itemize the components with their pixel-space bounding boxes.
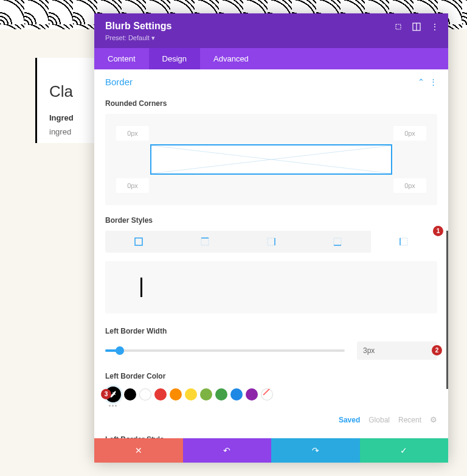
border-color-label: Left Border Color	[105, 372, 437, 380]
border-section-title: Border	[105, 77, 133, 87]
color-none[interactable]	[261, 388, 273, 401]
border-width-label: Left Border Width	[105, 327, 437, 335]
border-styles-label: Border Styles	[105, 216, 437, 225]
border-style-label: Left Border Style	[105, 435, 437, 438]
palette-settings-icon[interactable]: ⚙	[430, 415, 437, 424]
border-right-button[interactable]	[238, 231, 304, 253]
border-section-header[interactable]: Border ⌃ ⋮	[94, 69, 448, 92]
rounded-corners-control	[105, 114, 437, 205]
layout-icon[interactable]	[412, 22, 421, 32]
palette-tab-global[interactable]: Global	[368, 416, 390, 424]
svg-rect-12	[400, 238, 407, 245]
menu-icon[interactable]: ⋮	[430, 22, 440, 32]
scrollbar-thumb[interactable]	[446, 231, 448, 389]
tab-content[interactable]: Content	[94, 48, 149, 69]
corner-tl-input[interactable]	[116, 126, 149, 141]
color-green[interactable]	[215, 388, 227, 401]
panel-header: Blurb Settings Preset: Default ▾ ⋮	[94, 13, 448, 48]
tab-design[interactable]: Design	[149, 48, 200, 69]
border-top-button[interactable]	[171, 231, 238, 253]
color-yellow[interactable]	[185, 388, 197, 401]
callout-badge-2: 2	[432, 345, 442, 355]
section-menu-icon[interactable]: ⋮	[429, 77, 437, 86]
border-width-input[interactable]	[357, 341, 437, 360]
svg-rect-8	[268, 238, 275, 245]
border-bottom-button[interactable]	[305, 231, 371, 253]
svg-rect-10	[334, 238, 341, 245]
panel-body: Border ⌃ ⋮ Rounded Corners	[94, 69, 448, 438]
corner-bl-input[interactable]	[116, 178, 149, 193]
tabs: Content Design Advanced	[94, 48, 448, 69]
color-white[interactable]	[139, 388, 151, 401]
collapse-icon[interactable]: ⌃	[418, 77, 424, 86]
border-style-buttons: 1	[105, 231, 437, 253]
corner-preview-box	[150, 144, 392, 175]
panel-footer: ✕ ↶ ↷ ✓	[94, 438, 448, 463]
preset-dropdown[interactable]: Preset: Default ▾	[105, 34, 437, 42]
panel-title: Blurb Settings	[105, 21, 437, 32]
palette-tab-recent[interactable]: Recent	[398, 416, 421, 424]
callout-badge-3: 3	[101, 389, 111, 399]
palette-tab-saved[interactable]: Saved	[339, 416, 360, 424]
palette-tabs: Saved Global Recent ⚙	[105, 415, 437, 424]
expand-icon[interactable]	[393, 22, 403, 32]
color-lime[interactable]	[200, 388, 212, 401]
rounded-corners-label: Rounded Corners	[105, 99, 437, 108]
color-red[interactable]	[154, 388, 167, 401]
save-button[interactable]: ✓	[360, 438, 449, 463]
border-preview	[105, 261, 437, 313]
redo-button[interactable]: ↷	[271, 438, 360, 463]
border-all-button[interactable]	[105, 231, 171, 253]
svg-rect-0	[396, 24, 401, 29]
tab-advanced[interactable]: Advanced	[200, 48, 262, 69]
svg-rect-5	[135, 238, 142, 245]
border-width-slider[interactable]	[105, 349, 345, 352]
color-orange[interactable]	[170, 388, 182, 401]
corner-br-input[interactable]	[393, 178, 426, 193]
svg-rect-6	[201, 238, 209, 245]
color-purple[interactable]	[246, 388, 258, 401]
settings-panel: Blurb Settings Preset: Default ▾ ⋮ Conte…	[94, 13, 448, 463]
border-left-button[interactable]: 1	[371, 231, 437, 253]
swatch-more-indicator[interactable]	[105, 405, 437, 407]
color-black[interactable]	[124, 388, 136, 401]
color-swatches: 3	[105, 387, 437, 402]
color-blue[interactable]	[230, 388, 243, 401]
cancel-button[interactable]: ✕	[94, 438, 183, 463]
undo-button[interactable]: ↶	[183, 438, 272, 463]
preview-border-line	[140, 278, 142, 297]
corner-tr-input[interactable]	[393, 126, 426, 141]
callout-badge-1: 1	[433, 226, 443, 236]
